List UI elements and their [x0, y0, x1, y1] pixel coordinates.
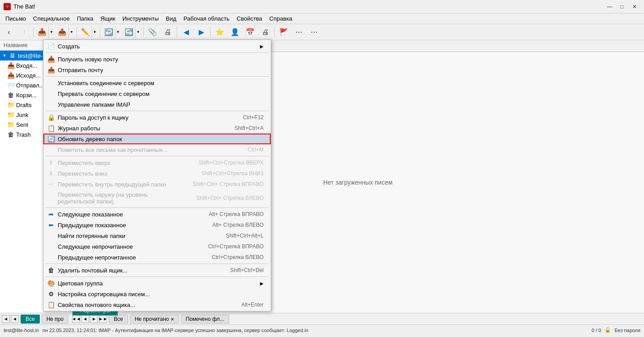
cm-shortcut-mark-all-read: Ctrl+M [233, 147, 264, 153]
cm-item-account-props[interactable]: 📋 Свойства почтового ящика... Alt+Enter [43, 299, 271, 310]
cm-sep-5 [45, 207, 269, 208]
cm-shortcut-next-shown: Alt+ Стрелка ВПРАВО [194, 211, 264, 217]
cm-label-password: Пароль на доступ к ящику [58, 114, 225, 121]
cm-label-next-shown: Следующее показанное [58, 211, 191, 218]
cm-item-sort-settings[interactable]: ⚙ Настройка сортировщика писем... [43, 289, 271, 299]
cm-item-connect[interactable]: Установить соединение с сервером [43, 78, 271, 88]
cm-label-send: Отправить почту [58, 67, 264, 73]
cm-item-move-into-prev: ↩ Переместить внутрь предыдущей папки Sh… [43, 179, 271, 190]
cm-shortcut-log: Shift+Ctrl+A [220, 125, 264, 131]
cm-shortcut-password: Ctrl+F12 [229, 114, 264, 121]
cm-item-mark-all-read: Пометить все письма как прочитанные... C… [43, 144, 271, 155]
cm-item-send[interactable]: 📤 Отправить почту [43, 65, 271, 75]
cm-label-imap: Управление папками IMAP [58, 101, 264, 108]
delete-account-icon: 🗑 [47, 266, 55, 274]
cm-item-receive[interactable]: 📥 Получить новую почту [43, 54, 271, 65]
move-into-icon: ↩ [47, 180, 55, 188]
cm-shortcut-prev-unread: Ctrl+Стрелка ВЛЕВО [197, 254, 264, 260]
cm-shortcut-find-lost: Shift+Ctrl+Alt+L [212, 233, 264, 239]
cm-label-find-lost: Найти потерянные папки [58, 233, 208, 239]
cm-label-color-group: Цветовая группа [58, 280, 256, 287]
create-icon: 📄 [47, 42, 55, 50]
move-down-icon: ⬇ [47, 169, 55, 177]
cm-sep-2 [45, 76, 269, 77]
context-menu-overlay[interactable]: 📄 Создать ▶ 📥 Получить новую почту 📤 Отп… [0, 0, 644, 337]
cm-item-move-down: ⬇ Переместить вниз Shift+Ctrl+Стрелка ВН… [43, 168, 271, 179]
cm-item-imap[interactable]: Управление папками IMAP [43, 99, 271, 110]
cm-item-prev-unread[interactable]: Предыдущее непрочитанное Ctrl+Стрелка ВЛ… [43, 252, 271, 263]
cm-item-move-up: ⬆ Переместить вверх Shift+Ctrl+Стрелка В… [43, 157, 271, 168]
color-group-icon: 🎨 [47, 279, 55, 287]
cm-label-move-up: Переместить вверх [58, 160, 180, 166]
cm-shortcut-move-into-prev: Shift+Ctrl+ Стрелка ВПРАВО [179, 181, 264, 187]
cm-shortcut-move-out: Shift+Ctrl+ Стрелка ВЛЕВО [182, 195, 264, 201]
receive-menu-icon: 📥 [47, 55, 55, 63]
cm-sep-6 [45, 264, 269, 264]
cm-item-next-shown[interactable]: ➡ Следующее показанное Alt+ Стрелка ВПРА… [43, 209, 271, 220]
cm-sep-3 [45, 111, 269, 111]
send-menu-icon: 📤 [47, 66, 55, 74]
cm-shortcut-move-up: Shift+Ctrl+Стрелка ВВЕРХ [184, 160, 264, 166]
submenu-arrow-icon: ▶ [260, 44, 264, 49]
cm-item-disconnect[interactable]: Прервать соединение с сервером [43, 88, 271, 99]
cm-label-move-down: Переместить вниз [58, 170, 183, 177]
cm-item-create[interactable]: 📄 Создать ▶ [43, 41, 271, 52]
account-props-icon: 📋 [47, 301, 55, 309]
cm-item-next-unread[interactable]: Следующее непрочитанное Ctrl+Стрелка ВПР… [43, 241, 271, 252]
cm-shortcut-prev-shown: Alt+ Стрелка ВЛЕВО [198, 222, 264, 228]
cm-label-move-out: Переместить наружу (на уровень родительс… [58, 191, 179, 205]
cm-item-move-out: Переместить наружу (на уровень родительс… [43, 190, 271, 207]
cm-item-find-lost[interactable]: Найти потерянные папки Shift+Ctrl+Alt+L [43, 230, 271, 241]
cm-label-log: Журнал работы [58, 125, 217, 132]
context-menu: 📄 Создать ▶ 📥 Получить новую почту 📤 Отп… [43, 39, 271, 311]
cm-shortcut-account-props: Alt+Enter [227, 302, 264, 308]
cm-item-delete-account[interactable]: 🗑 Удалить почтовый ящик... Shift+Ctrl+De… [43, 265, 271, 276]
cm-label-next-unread: Следующее непрочитанное [58, 243, 190, 250]
cm-shortcut-delete-account: Shift+Ctrl+Del [216, 267, 264, 273]
cm-label-sort-settings: Настройка сортировщика писем... [58, 291, 264, 298]
cm-label-receive: Получить новую почту [58, 56, 264, 63]
cm-label-account-props: Свойства почтового ящика... [58, 302, 223, 308]
move-up-icon: ⬆ [47, 159, 55, 167]
log-icon: 📋 [47, 124, 55, 132]
cm-item-refresh-tree[interactable]: 🔄 Обновить дерево папок [43, 134, 271, 144]
cm-label-move-into-prev: Переместить внутрь предыдущей папки [58, 181, 175, 188]
cm-label-prev-shown: Предыдущее показанное [58, 222, 194, 229]
cm-shortcut-next-unread: Ctrl+Стрелка ВПРАВО [194, 243, 264, 250]
cm-label-create: Создать [58, 43, 256, 50]
cm-shortcut-move-down: Shift+Ctrl+Стрелка ВНИЗ [187, 170, 264, 177]
cm-item-log[interactable]: 📋 Журнал работы Shift+Ctrl+A [43, 123, 271, 134]
cm-label-prev-unread: Предыдущее непрочитанное [58, 254, 194, 261]
cm-label-refresh-tree: Обновить дерево папок [58, 136, 264, 143]
cm-sep-4 [45, 156, 269, 156]
cm-label-connect: Установить соединение с сервером [58, 80, 264, 86]
prev-shown-icon: ⬅ [47, 221, 55, 229]
cm-sep-1 [45, 52, 269, 53]
cm-label-disconnect: Прервать соединение с сервером [58, 91, 264, 97]
cm-item-color-group[interactable]: 🎨 Цветовая группа ▶ [43, 278, 271, 289]
color-submenu-arrow-icon: ▶ [260, 281, 264, 286]
cm-label-delete-account: Удалить почтовый ящик... [58, 267, 212, 274]
cm-sep-7 [45, 277, 269, 277]
next-shown-icon: ➡ [47, 210, 55, 218]
sort-settings-icon: ⚙ [47, 290, 55, 298]
cm-item-password[interactable]: 🔒 Пароль на доступ к ящику Ctrl+F12 [43, 112, 271, 123]
cm-item-prev-shown[interactable]: ⬅ Предыдущее показанное Alt+ Стрелка ВЛЕ… [43, 220, 271, 230]
refresh-tree-icon: 🔄 [47, 135, 55, 143]
password-icon: 🔒 [47, 113, 55, 121]
cm-label-mark-all-read: Пометить все письма как прочитанные... [58, 147, 230, 153]
